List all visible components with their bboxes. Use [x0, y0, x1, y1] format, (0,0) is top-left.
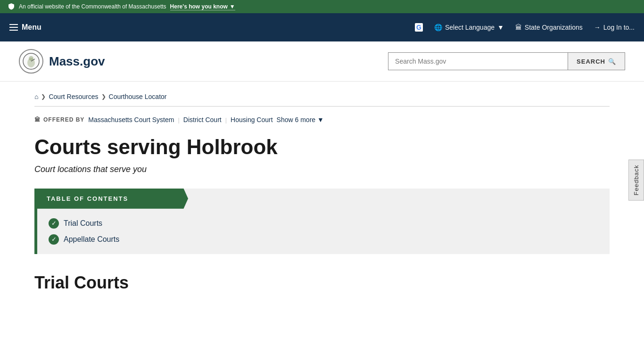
page-title: Courts serving Holbrook	[34, 135, 610, 160]
search-button[interactable]: SEARCH 🔍	[568, 53, 625, 70]
show-more-chevron-icon: ▼	[317, 116, 324, 123]
breadcrumb: ⌂ ❯ Court Resources ❯ Courthouse Locator	[34, 89, 610, 107]
know-link[interactable]: Here's how you know ▼	[170, 3, 235, 10]
breadcrumb-separator-2: ❯	[101, 93, 106, 100]
banner-text: An official website of the Commonwealth …	[19, 3, 166, 10]
offered-by-housing-court[interactable]: Housing Court	[231, 116, 273, 123]
toc-header: TABLE OF CONTENTS	[37, 189, 188, 209]
select-language-button[interactable]: 🌐 Select Language ▼	[434, 24, 504, 31]
site-header: Mass.gov SEARCH 🔍	[0, 41, 644, 82]
table-of-contents: TABLE OF CONTENTS ✓ Trial Courts ✓ Appel…	[34, 189, 610, 254]
hamburger-icon	[9, 24, 18, 31]
top-banner: An official website of the Commonwealth …	[0, 0, 644, 13]
show-more-button[interactable]: Show 6 more ▼	[277, 116, 324, 123]
offered-by-icon: 🏛	[34, 116, 41, 123]
pipe-2: |	[225, 116, 227, 123]
offered-by-label: 🏛 OFFERED BY	[34, 116, 84, 123]
main-nav: Menu G 🌐 Select Language ▼ 🏛 State Organ…	[0, 13, 644, 41]
content-area: ⌂ ❯ Court Resources ❯ Courthouse Locator…	[16, 82, 628, 300]
toc-check-icon-1: ✓	[49, 218, 59, 229]
toc-item-appellate-courts[interactable]: ✓ Appellate Courts	[49, 234, 598, 245]
toc-item-trial-courts[interactable]: ✓ Trial Courts	[49, 218, 598, 229]
shield-icon	[8, 3, 15, 10]
chevron-down-icon: ▼	[497, 24, 504, 31]
pipe-1: |	[178, 116, 179, 123]
breadcrumb-separator-1: ❯	[41, 93, 46, 100]
home-icon: ⌂	[34, 93, 38, 100]
home-breadcrumb[interactable]: ⌂	[34, 93, 38, 100]
offered-by: 🏛 OFFERED BY Massachusetts Court System …	[34, 114, 610, 125]
globe-icon: 🌐	[434, 24, 442, 31]
trial-courts-section-title: Trial Courts	[34, 273, 610, 293]
building-icon: 🏛	[515, 24, 522, 31]
search-area: SEARCH 🔍	[388, 52, 625, 70]
mass-seal-icon	[19, 49, 43, 74]
login-icon: →	[594, 24, 601, 31]
login-button[interactable]: → Log In to...	[594, 24, 635, 31]
offered-by-court-system[interactable]: Massachusetts Court System	[88, 116, 174, 123]
toc-items: ✓ Trial Courts ✓ Appellate Courts	[37, 209, 610, 254]
google-translate-icon: G	[415, 23, 423, 32]
search-icon: 🔍	[608, 58, 616, 65]
breadcrumb-courthouse-locator[interactable]: Courthouse Locator	[109, 93, 167, 100]
state-organizations-button[interactable]: 🏛 State Organizations	[515, 24, 583, 31]
toc-check-icon-2: ✓	[49, 234, 59, 245]
offered-by-district-court[interactable]: District Court	[183, 116, 222, 123]
nav-right: G 🌐 Select Language ▼ 🏛 State Organizati…	[415, 23, 635, 32]
logo-link[interactable]: Mass.gov	[19, 49, 105, 74]
feedback-button[interactable]: Feedback	[628, 159, 644, 200]
page-subtitle: Court locations that serve you	[34, 165, 610, 174]
search-input[interactable]	[388, 53, 568, 70]
breadcrumb-court-resources[interactable]: Court Resources	[49, 93, 98, 100]
menu-button[interactable]: Menu	[9, 23, 41, 32]
logo-text: Mass.gov	[49, 54, 105, 69]
